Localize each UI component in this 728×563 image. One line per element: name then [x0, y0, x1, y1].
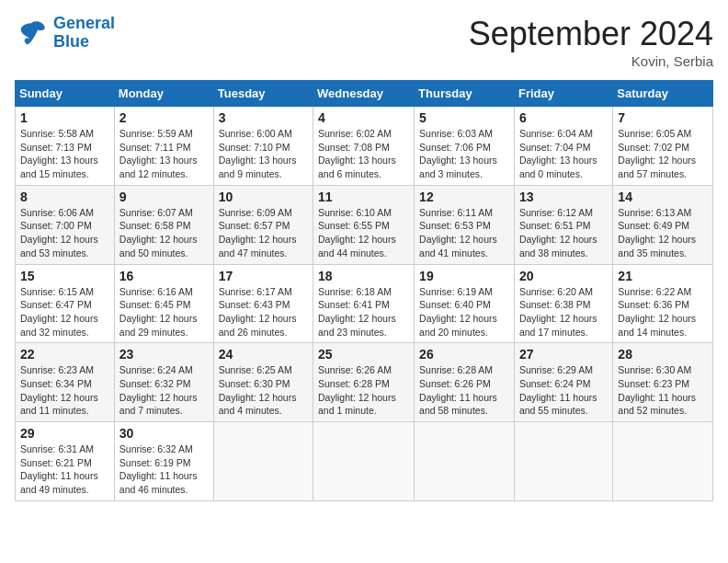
day-number: 24: [219, 347, 308, 362]
day-detail: Sunrise: 6:28 AM Sunset: 6:26 PM Dayligh…: [419, 363, 509, 418]
day-detail: Sunrise: 6:30 AM Sunset: 6:23 PM Dayligh…: [618, 363, 708, 418]
calendar-cell: 30Sunrise: 6:32 AM Sunset: 6:19 PM Dayli…: [114, 422, 213, 501]
day-detail: Sunrise: 6:06 AM Sunset: 7:00 PM Dayligh…: [20, 206, 109, 260]
week-row-1: 1Sunrise: 5:58 AM Sunset: 7:13 PM Daylig…: [16, 107, 713, 186]
calendar-cell: 8Sunrise: 6:06 AM Sunset: 7:00 PM Daylig…: [16, 185, 115, 264]
calendar-cell: 4Sunrise: 6:02 AM Sunset: 7:08 PM Daylig…: [313, 107, 415, 186]
calendar-cell: 7Sunrise: 6:05 AM Sunset: 7:02 PM Daylig…: [613, 107, 713, 186]
weekday-header-row: SundayMondayTuesdayWednesdayThursdayFrid…: [16, 81, 713, 107]
day-number: 5: [419, 110, 509, 125]
day-number: 28: [618, 347, 708, 362]
day-number: 12: [419, 190, 509, 204]
week-row-3: 15Sunrise: 6:15 AM Sunset: 6:47 PM Dayli…: [16, 264, 713, 343]
calendar-cell: 15Sunrise: 6:15 AM Sunset: 6:47 PM Dayli…: [16, 264, 115, 343]
logo-text: General Blue: [53, 15, 115, 52]
weekday-header-wednesday: Wednesday: [313, 81, 415, 107]
calendar-cell: 14Sunrise: 6:13 AM Sunset: 6:49 PM Dayli…: [613, 185, 713, 264]
title-block: September 2024 Kovin, Serbia: [469, 15, 713, 69]
calendar-cell: 29Sunrise: 6:31 AM Sunset: 6:21 PM Dayli…: [16, 422, 115, 501]
day-detail: Sunrise: 6:17 AM Sunset: 6:43 PM Dayligh…: [219, 285, 308, 339]
calendar-cell: 10Sunrise: 6:09 AM Sunset: 6:57 PM Dayli…: [213, 185, 313, 264]
day-detail: Sunrise: 6:02 AM Sunset: 7:08 PM Dayligh…: [318, 127, 409, 181]
day-number: 26: [419, 347, 509, 362]
calendar-cell: 3Sunrise: 6:00 AM Sunset: 7:10 PM Daylig…: [213, 107, 313, 186]
day-number: 1: [20, 110, 109, 125]
calendar-cell: 23Sunrise: 6:24 AM Sunset: 6:32 PM Dayli…: [114, 343, 213, 422]
location: Kovin, Serbia: [469, 53, 713, 69]
day-detail: Sunrise: 6:22 AM Sunset: 6:36 PM Dayligh…: [618, 285, 708, 339]
calendar-cell: 6Sunrise: 6:04 AM Sunset: 7:04 PM Daylig…: [514, 107, 612, 186]
weekday-header-tuesday: Tuesday: [213, 81, 313, 107]
month-title: September 2024: [469, 15, 713, 53]
day-number: 10: [219, 190, 308, 204]
calendar-cell: 13Sunrise: 6:12 AM Sunset: 6:51 PM Dayli…: [514, 185, 612, 264]
weekday-header-saturday: Saturday: [613, 81, 713, 107]
logo: General Blue: [15, 15, 115, 52]
day-detail: Sunrise: 5:58 AM Sunset: 7:13 PM Dayligh…: [20, 127, 109, 181]
calendar-cell: 27Sunrise: 6:29 AM Sunset: 6:24 PM Dayli…: [514, 343, 612, 422]
day-number: 11: [318, 190, 409, 204]
calendar-cell: 19Sunrise: 6:19 AM Sunset: 6:40 PM Dayli…: [415, 264, 515, 343]
day-number: 18: [318, 269, 409, 283]
day-detail: Sunrise: 6:05 AM Sunset: 7:02 PM Dayligh…: [618, 127, 708, 181]
day-number: 3: [219, 110, 308, 125]
calendar-cell: 21Sunrise: 6:22 AM Sunset: 6:36 PM Dayli…: [613, 264, 713, 343]
calendar-cell: [313, 422, 415, 501]
day-detail: Sunrise: 6:07 AM Sunset: 6:58 PM Dayligh…: [119, 206, 209, 260]
day-detail: Sunrise: 6:32 AM Sunset: 6:19 PM Dayligh…: [119, 442, 209, 497]
day-detail: Sunrise: 6:00 AM Sunset: 7:10 PM Dayligh…: [219, 127, 308, 181]
day-detail: Sunrise: 6:23 AM Sunset: 6:34 PM Dayligh…: [20, 363, 109, 418]
calendar-cell: 2Sunrise: 5:59 AM Sunset: 7:11 PM Daylig…: [114, 107, 213, 186]
day-number: 2: [119, 110, 209, 125]
day-number: 20: [519, 269, 608, 283]
calendar-cell: [415, 422, 515, 501]
week-row-5: 29Sunrise: 6:31 AM Sunset: 6:21 PM Dayli…: [16, 422, 713, 501]
calendar-cell: 17Sunrise: 6:17 AM Sunset: 6:43 PM Dayli…: [213, 264, 313, 343]
day-number: 8: [20, 190, 109, 204]
weekday-header-thursday: Thursday: [415, 81, 515, 107]
calendar-cell: 24Sunrise: 6:25 AM Sunset: 6:30 PM Dayli…: [213, 343, 313, 422]
day-number: 7: [618, 110, 708, 125]
day-detail: Sunrise: 6:10 AM Sunset: 6:55 PM Dayligh…: [318, 206, 409, 260]
day-number: 30: [119, 426, 209, 441]
day-detail: Sunrise: 6:25 AM Sunset: 6:30 PM Dayligh…: [219, 363, 308, 418]
calendar-cell: 5Sunrise: 6:03 AM Sunset: 7:06 PM Daylig…: [415, 107, 515, 186]
day-detail: Sunrise: 6:29 AM Sunset: 6:24 PM Dayligh…: [519, 363, 608, 418]
calendar-cell: 12Sunrise: 6:11 AM Sunset: 6:53 PM Dayli…: [415, 185, 515, 264]
day-number: 15: [20, 269, 109, 283]
calendar-cell: [213, 422, 313, 501]
calendar-table: SundayMondayTuesdayWednesdayThursdayFrid…: [15, 80, 713, 501]
day-detail: Sunrise: 6:18 AM Sunset: 6:41 PM Dayligh…: [318, 285, 409, 339]
day-number: 4: [318, 110, 409, 125]
day-detail: Sunrise: 6:04 AM Sunset: 7:04 PM Dayligh…: [519, 127, 608, 181]
calendar-cell: 20Sunrise: 6:20 AM Sunset: 6:38 PM Dayli…: [514, 264, 612, 343]
day-number: 25: [318, 347, 409, 362]
day-detail: Sunrise: 6:19 AM Sunset: 6:40 PM Dayligh…: [419, 285, 509, 339]
calendar-cell: 26Sunrise: 6:28 AM Sunset: 6:26 PM Dayli…: [415, 343, 515, 422]
day-number: 22: [20, 347, 109, 362]
logo-icon: [15, 17, 48, 50]
calendar-cell: 9Sunrise: 6:07 AM Sunset: 6:58 PM Daylig…: [114, 185, 213, 264]
day-detail: Sunrise: 6:20 AM Sunset: 6:38 PM Dayligh…: [519, 285, 608, 339]
calendar-cell: 16Sunrise: 6:16 AM Sunset: 6:45 PM Dayli…: [114, 264, 213, 343]
calendar-cell: 28Sunrise: 6:30 AM Sunset: 6:23 PM Dayli…: [613, 343, 713, 422]
day-detail: Sunrise: 6:16 AM Sunset: 6:45 PM Dayligh…: [119, 285, 209, 339]
calendar-cell: [613, 422, 713, 501]
day-number: 6: [519, 110, 608, 125]
day-detail: Sunrise: 6:11 AM Sunset: 6:53 PM Dayligh…: [419, 206, 509, 260]
day-number: 23: [119, 347, 209, 362]
weekday-header-monday: Monday: [114, 81, 213, 107]
day-detail: Sunrise: 6:24 AM Sunset: 6:32 PM Dayligh…: [119, 363, 209, 418]
day-detail: Sunrise: 6:03 AM Sunset: 7:06 PM Dayligh…: [419, 127, 509, 181]
calendar-cell: 22Sunrise: 6:23 AM Sunset: 6:34 PM Dayli…: [16, 343, 115, 422]
day-detail: Sunrise: 6:31 AM Sunset: 6:21 PM Dayligh…: [20, 442, 109, 497]
day-number: 13: [519, 190, 608, 204]
calendar-cell: 18Sunrise: 6:18 AM Sunset: 6:41 PM Dayli…: [313, 264, 415, 343]
calendar-cell: [514, 422, 612, 501]
day-number: 16: [119, 269, 209, 283]
day-number: 14: [618, 190, 708, 204]
day-detail: Sunrise: 6:09 AM Sunset: 6:57 PM Dayligh…: [219, 206, 308, 260]
calendar-cell: 25Sunrise: 6:26 AM Sunset: 6:28 PM Dayli…: [313, 343, 415, 422]
day-number: 29: [20, 426, 109, 441]
page-header: General Blue September 2024 Kovin, Serbi…: [15, 15, 713, 69]
